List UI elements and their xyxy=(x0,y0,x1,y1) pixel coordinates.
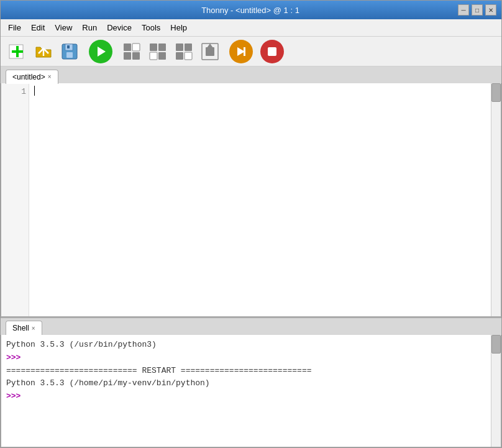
editor-scrollbar-thumb[interactable] xyxy=(491,83,501,102)
svg-marker-22 xyxy=(207,43,213,48)
stop-button[interactable] xyxy=(260,40,284,63)
menu-edit[interactable]: Edit xyxy=(26,21,50,35)
svg-rect-9 xyxy=(132,43,140,51)
shell-scrollbar-thumb[interactable] xyxy=(491,335,501,354)
titlebar: Thonny - <untitled> @ 1 : 1 ─ □ ✕ xyxy=(1,1,501,19)
editor-tab-label: <untitled> xyxy=(12,73,45,81)
svg-rect-24 xyxy=(244,47,245,56)
line-numbers: 1 xyxy=(1,83,29,316)
svg-rect-8 xyxy=(124,43,131,51)
svg-rect-11 xyxy=(132,52,140,60)
editor-scrollbar[interactable] xyxy=(491,83,501,316)
restore-button[interactable]: □ xyxy=(472,4,483,16)
svg-rect-18 xyxy=(176,52,183,60)
open-button[interactable] xyxy=(32,40,55,63)
editor-tab-close[interactable]: × xyxy=(48,74,52,80)
shell-separator: =========================== RESTART ====… xyxy=(6,365,486,378)
shell-content: Python 3.5.3 (/usr/bin/python3) >>> ====… xyxy=(1,335,501,447)
svg-rect-12 xyxy=(150,43,157,51)
minimize-button[interactable]: ─ xyxy=(458,4,469,16)
text-cursor xyxy=(34,86,35,96)
editor-container: <untitled> × 1 xyxy=(1,66,501,317)
window-controls: ─ □ ✕ xyxy=(458,4,496,16)
svg-rect-15 xyxy=(158,52,166,60)
shell-tab[interactable]: Shell × xyxy=(6,321,42,335)
step-out-button[interactable] xyxy=(198,40,222,63)
svg-rect-17 xyxy=(185,43,192,51)
shell-output[interactable]: Python 3.5.3 (/usr/bin/python3) >>> ====… xyxy=(1,335,491,447)
line-number-1: 1 xyxy=(4,86,26,98)
svg-rect-10 xyxy=(124,52,131,60)
step-into-button[interactable] xyxy=(172,40,196,63)
menu-view[interactable]: View xyxy=(50,21,77,35)
menu-help[interactable]: Help xyxy=(165,21,192,35)
menubar: File Edit View Run Device Tools Help xyxy=(1,19,501,37)
run-button[interactable] xyxy=(89,40,112,63)
resume-button[interactable] xyxy=(229,40,253,63)
menu-device[interactable]: Device xyxy=(102,21,137,35)
cursor-line xyxy=(34,86,486,96)
svg-rect-14 xyxy=(150,52,157,60)
close-button[interactable]: ✕ xyxy=(485,4,496,16)
shell-tab-strip: Shell × xyxy=(1,318,501,335)
toolbar xyxy=(1,37,501,66)
editor-tab-strip: <untitled> × xyxy=(1,66,501,83)
shell-scrollbar[interactable] xyxy=(491,335,501,447)
shell-prompt-2: >>> xyxy=(6,390,486,403)
shell-line-2: Python 3.5.3 (/home/pi/my-venv/bin/pytho… xyxy=(6,377,486,390)
shell-tab-close[interactable]: × xyxy=(32,325,35,332)
shell-line-1: Python 3.5.3 (/usr/bin/python3) xyxy=(6,339,486,352)
shell-panel: Shell × Python 3.5.3 (/usr/bin/python3) … xyxy=(1,317,501,447)
svg-rect-21 xyxy=(206,47,214,56)
svg-rect-19 xyxy=(185,52,192,60)
step-over-button[interactable] xyxy=(146,40,170,63)
code-editor[interactable] xyxy=(29,83,491,316)
shell-tab-label: Shell xyxy=(12,324,29,332)
editor-area: 1 xyxy=(1,83,501,317)
menu-tools[interactable]: Tools xyxy=(137,21,165,35)
svg-rect-7 xyxy=(67,45,70,48)
svg-rect-6 xyxy=(66,52,73,58)
main-window: Thonny - <untitled> @ 1 : 1 ─ □ ✕ File E… xyxy=(0,0,502,448)
window-title: Thonny - <untitled> @ 1 : 1 xyxy=(43,6,458,15)
save-button[interactable] xyxy=(58,40,81,63)
editor-tab-untitled[interactable]: <untitled> × xyxy=(6,70,58,84)
new-button[interactable] xyxy=(6,40,29,63)
shell-prompt-1: >>> xyxy=(6,352,486,365)
menu-run[interactable]: Run xyxy=(77,21,102,35)
svg-rect-13 xyxy=(158,43,166,51)
menu-file[interactable]: File xyxy=(3,21,26,35)
svg-rect-16 xyxy=(176,43,183,51)
debug-button[interactable] xyxy=(120,40,144,63)
